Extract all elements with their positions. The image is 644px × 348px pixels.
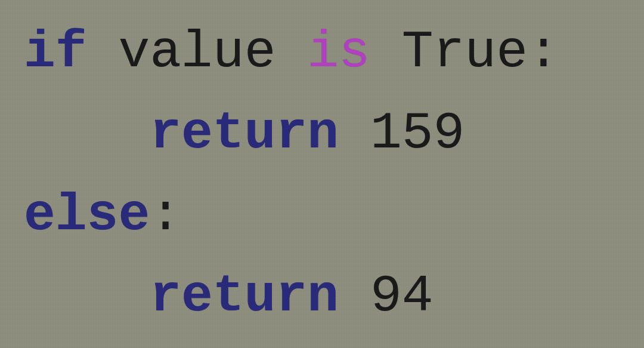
operator-is: is (307, 23, 370, 82)
identifier-value: value (118, 23, 275, 82)
keyword-if: if (24, 23, 87, 82)
keyword-else: else (24, 186, 150, 245)
number-literal: 94 (370, 267, 434, 326)
code-line-4: return 94 (24, 267, 434, 326)
colon: : (150, 186, 181, 245)
colon: : (528, 23, 559, 82)
code-line-1: if value is True: (24, 23, 559, 82)
keyword-return: return (150, 104, 339, 163)
keyword-return: return (150, 267, 339, 326)
code-line-2: return 159 (24, 104, 465, 163)
code-block: if value is True: return 159 else: retur… (24, 12, 620, 338)
number-literal: 159 (370, 104, 465, 163)
constant-true: True (402, 23, 528, 82)
code-line-3: else: (24, 186, 181, 245)
